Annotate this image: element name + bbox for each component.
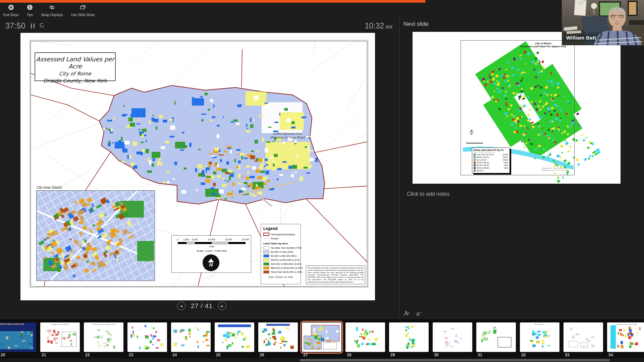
class-swatch — [263, 250, 269, 253]
filmstrip-thumbnail-24[interactable] — [171, 322, 211, 352]
filmstrip-thumbnail-34[interactable]: Mediocre Quality Land Value Map — [607, 322, 644, 352]
filmstrip-thumbnail-28[interactable] — [345, 322, 385, 352]
font-increase-letter: A — [404, 310, 408, 317]
filmstrip-thumbnail-33[interactable] — [564, 322, 603, 352]
font-decrease-button[interactable]: A▾ — [416, 311, 421, 317]
thumb-number: 25 — [216, 353, 220, 357]
filmstrip-thumbnail-27-selected[interactable] — [302, 322, 341, 352]
end-show-icon — [8, 4, 14, 12]
webcam-video[interactable]: William Batt — [562, 0, 644, 45]
slide-title-line1: Assessed Land Values per Acre — [35, 56, 115, 70]
elmira-class-count: (4202) — [502, 156, 508, 158]
class-swatch — [474, 170, 476, 172]
swap-displays-button[interactable]: Swap Displays — [41, 4, 63, 17]
thumb-number: 23 — [129, 353, 133, 357]
tips-icon — [27, 4, 33, 12]
end-show-label: End Show — [3, 13, 19, 17]
filmstrip-thumbnail-25[interactable] — [215, 322, 254, 352]
filmstrip-scrollbar-thumb[interactable] — [300, 359, 610, 361]
font-increase-button[interactable]: A▴ — [404, 310, 410, 317]
elmira-class-count: (189) — [503, 164, 508, 166]
north-arrow-icon: N — [203, 254, 219, 271]
class-swatch — [474, 164, 476, 166]
scale-tick: 0 — [177, 238, 178, 241]
next-slide-button[interactable]: ▸ — [218, 302, 226, 310]
triangle-up-icon: ▴ — [408, 311, 410, 314]
thumb-number: 29 — [390, 353, 395, 357]
slide-counter: 27 / 41 — [191, 302, 213, 310]
scale-tick: 2,500 — [183, 238, 189, 241]
legend-date: Date: October 15, 2008 — [263, 276, 298, 278]
scale-box: 0 2,500 5,000 10,000 15,000 20,000 Feet … — [171, 235, 251, 273]
inset-map-graphic — [37, 191, 155, 281]
elmira-credit: Prepared by: The Central Research Group,… — [542, 167, 574, 171]
use-slide-show-button[interactable]: Use Slide Show — [71, 4, 95, 17]
next-slide-title-line2: Assessed Land Value Per Square Foot — [513, 45, 573, 48]
thumb-number: 31 — [478, 353, 482, 357]
thumb-number: 21 — [42, 353, 46, 357]
filmstrip-thumbnail-23[interactable] — [127, 322, 167, 352]
map-legend: Legend Municipal Boundaries Roads Land V… — [261, 224, 301, 284]
end-show-button[interactable]: End Show — [3, 4, 19, 17]
scale-tick: 15,000 — [225, 238, 232, 241]
elmira-legend: Elmira Land Value Per Sq. Fo Source: Rea… — [472, 147, 510, 173]
scale-unit: Feet — [172, 245, 252, 248]
notes-area[interactable]: Click to add notes — [399, 184, 644, 308]
disclaimer-box: This information has been compiled for p… — [306, 265, 365, 284]
legend-section-title: Land Value by Acre — [263, 242, 298, 245]
filmstrip-thumbnail-22[interactable]: Rochester New York Land Value Scape — [84, 322, 123, 352]
filmstrip-thumbnail-20[interactable]: NEW SOUTH WALES LAND VALUES — [0, 322, 36, 352]
slide-counter-separator: / — [201, 302, 203, 309]
scale-ticks: 0 2,500 5,000 10,000 15,000 20,000 — [178, 238, 246, 241]
clock: 10:32AM — [362, 21, 392, 31]
class-swatch — [263, 258, 269, 261]
class-swatch — [263, 246, 269, 249]
next-slide-label: Next slide — [404, 21, 429, 27]
arrow-right-icon: ▸ — [221, 304, 223, 308]
webcam-name-label: William Batt — [564, 35, 598, 41]
filmstrip-thumbnail-29[interactable] — [389, 322, 429, 352]
elmira-credit-line2: Bob Bregman, Director of G.I.S. & Assess… — [542, 169, 574, 171]
elmira-legend-source: Source: Real Property System Data — [474, 151, 508, 153]
filmstrip-thumbnail-30[interactable] — [433, 322, 472, 352]
notes-font-controls: A▴ A▾ — [404, 310, 421, 317]
elmira-class-count: (3316) — [502, 159, 508, 161]
current-slide[interactable]: Assessed Land Values per Acre City of Ro… — [20, 33, 375, 300]
elmira-class-count: (1235) — [502, 154, 508, 156]
timer-row: 37:50 — [5, 21, 45, 31]
legend-class: $5,001 to $20,000 (1,872) — [271, 258, 300, 261]
class-swatch — [263, 270, 269, 274]
slide-title-box: Assessed Land Values per Acre City of Ro… — [35, 52, 116, 81]
swap-displays-icon — [49, 4, 55, 12]
filmstrip-thumbnail-32[interactable]: New London, CT — [520, 322, 559, 352]
reset-timer-button[interactable] — [39, 22, 45, 29]
scale-tick: 5,000 — [192, 238, 198, 241]
elmira-credit-line1: Prepared by: The Central Research Group,… — [542, 167, 574, 169]
thumb-number: 27 — [303, 353, 308, 357]
elmira-class-count: (494) — [503, 162, 508, 164]
elmira-class: $1.50 to $2.00 — [477, 162, 489, 164]
filmstrip-thumbnail-31[interactable] — [476, 322, 516, 352]
elmira-legend-title: Elmira Land Value Per Sq. Fo — [474, 149, 508, 151]
clock-meridiem: AM — [385, 24, 392, 29]
slide-counter-current: 27 — [191, 302, 199, 309]
scale-ratio: Scale: 1 inch = 4,500 feet — [172, 249, 252, 252]
elmira-class: $1 to $1.50 — [477, 159, 486, 161]
next-slide-thumbnail[interactable]: City of Elmira Assessed Land Value Per S… — [413, 32, 621, 184]
timer-elapsed: 37:50 — [5, 21, 25, 31]
arrow-left-icon: ◂ — [180, 304, 182, 308]
griffiss-label-line2: (Previous Air Force Base) — [259, 136, 316, 139]
thumb-title: NEW SOUTH WALES LAND VALUES — [0, 323, 35, 325]
filmstrip-thumbnail-26[interactable] — [258, 322, 298, 352]
class-swatch — [263, 254, 269, 257]
tips-button[interactable]: Tips — [27, 4, 33, 17]
pause-timer-button[interactable] — [31, 23, 35, 28]
class-swatch — [474, 167, 476, 169]
class-swatch — [474, 162, 476, 164]
elmira-class: $2.00 to $2.50 — [477, 164, 489, 166]
filmstrip-thumbnail-21[interactable]: Tompkins County Land Value — [40, 322, 80, 352]
use-slide-show-icon — [79, 4, 86, 12]
elmira-class: $5.00 to — [477, 170, 484, 172]
triangle-down-icon: ▾ — [419, 311, 421, 314]
previous-slide-button[interactable]: ◂ — [177, 302, 185, 310]
